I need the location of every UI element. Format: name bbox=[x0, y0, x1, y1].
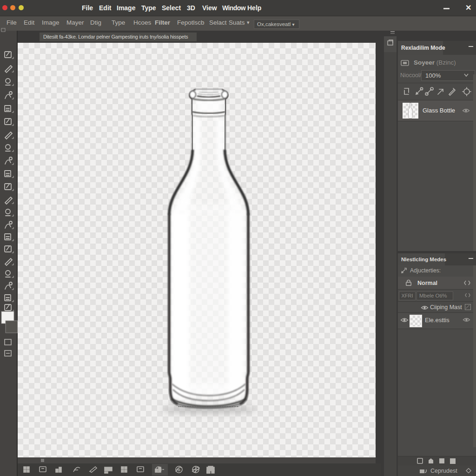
svg-text:S: S bbox=[178, 468, 180, 472]
